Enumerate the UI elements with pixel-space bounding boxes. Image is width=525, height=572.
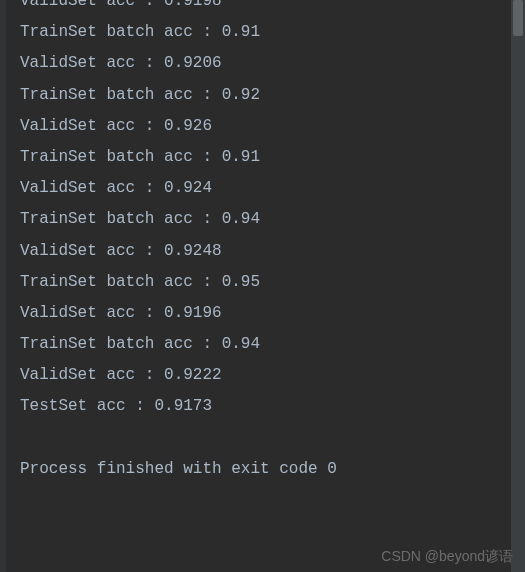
watermark: CSDN @beyond谚语	[381, 548, 513, 566]
log-line: ValidSet acc : 0.9222	[20, 360, 525, 391]
exit-message: Process finished with exit code 0	[20, 454, 525, 485]
log-line: TestSet acc : 0.9173	[20, 391, 525, 422]
log-line: TrainSet batch acc : 0.95	[20, 267, 525, 298]
log-line: ValidSet acc : 0.9198	[20, 0, 525, 17]
log-line: ValidSet acc : 0.9248	[20, 236, 525, 267]
scrollbar-thumb[interactable]	[513, 0, 523, 36]
log-line: ValidSet acc : 0.9196	[20, 298, 525, 329]
log-line: ValidSet acc : 0.926	[20, 111, 525, 142]
blank-line	[20, 423, 525, 454]
log-line: TrainSet batch acc : 0.92	[20, 80, 525, 111]
log-line: ValidSet acc : 0.9206	[20, 48, 525, 79]
log-line: TrainSet batch acc : 0.91	[20, 142, 525, 173]
console-output: ValidSet acc : 0.9198 TrainSet batch acc…	[0, 0, 525, 485]
log-line: TrainSet batch acc : 0.91	[20, 17, 525, 48]
log-line: TrainSet batch acc : 0.94	[20, 329, 525, 360]
scrollbar-track[interactable]	[511, 0, 525, 572]
log-line: ValidSet acc : 0.924	[20, 173, 525, 204]
log-line: TrainSet batch acc : 0.94	[20, 204, 525, 235]
